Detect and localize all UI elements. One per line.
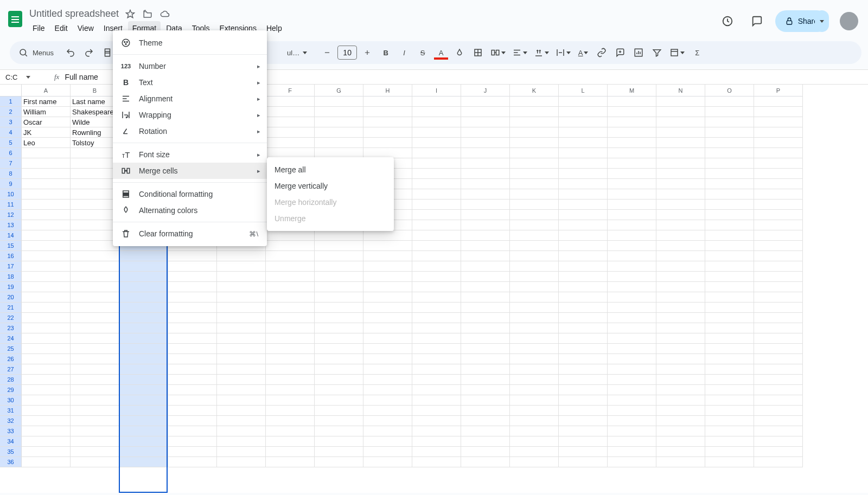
row-header[interactable]: 19 xyxy=(0,282,22,292)
row-header[interactable]: 16 xyxy=(0,251,22,261)
cell[interactable] xyxy=(705,313,754,323)
cell[interactable] xyxy=(119,364,168,375)
cell[interactable] xyxy=(559,406,608,416)
cell[interactable] xyxy=(22,313,71,323)
cell[interactable] xyxy=(656,457,705,467)
cell[interactable] xyxy=(363,364,412,375)
cell[interactable] xyxy=(705,416,754,426)
cell[interactable] xyxy=(461,426,510,436)
cell[interactable] xyxy=(510,426,559,436)
font-family-select[interactable]: ul… xyxy=(285,49,309,57)
font-size-decrease[interactable] xyxy=(319,44,335,61)
cell[interactable] xyxy=(754,169,803,179)
cloud-status-icon[interactable] xyxy=(160,9,170,19)
cell[interactable] xyxy=(705,189,754,200)
cell[interactable] xyxy=(119,416,168,426)
row-header[interactable]: 23 xyxy=(0,323,22,333)
text-color-button[interactable]: A xyxy=(433,44,449,61)
cell[interactable] xyxy=(119,375,168,385)
cell[interactable] xyxy=(656,292,705,303)
row-header[interactable]: 32 xyxy=(0,416,22,426)
cell[interactable] xyxy=(754,323,803,333)
cell[interactable] xyxy=(510,230,559,241)
cell[interactable] xyxy=(461,395,510,406)
cell[interactable] xyxy=(608,138,656,148)
cell[interactable] xyxy=(656,406,705,416)
cell[interactable] xyxy=(315,364,363,375)
cell[interactable] xyxy=(266,251,315,261)
row-header[interactable]: 36 xyxy=(0,457,22,467)
cell[interactable] xyxy=(266,107,315,117)
row-header[interactable]: 2 xyxy=(0,107,22,117)
cell[interactable] xyxy=(754,210,803,220)
cell[interactable] xyxy=(315,230,363,241)
cell[interactable] xyxy=(559,344,608,354)
cell[interactable]: William xyxy=(22,107,71,117)
cell[interactable] xyxy=(608,210,656,220)
cell[interactable] xyxy=(412,436,461,447)
cell[interactable] xyxy=(315,282,363,292)
cell[interactable] xyxy=(22,179,71,189)
cell[interactable] xyxy=(461,158,510,169)
cell[interactable] xyxy=(461,272,510,282)
cell[interactable] xyxy=(217,395,266,406)
cell[interactable] xyxy=(608,457,656,467)
column-header[interactable]: F xyxy=(266,85,315,97)
cell[interactable] xyxy=(217,251,266,261)
cell[interactable] xyxy=(705,395,754,406)
account-avatar[interactable] xyxy=(840,12,858,30)
cell[interactable] xyxy=(119,436,168,447)
cell[interactable] xyxy=(119,426,168,436)
cell[interactable] xyxy=(315,426,363,436)
cell[interactable] xyxy=(119,395,168,406)
cell[interactable] xyxy=(363,416,412,426)
cell[interactable] xyxy=(266,385,315,395)
cell[interactable] xyxy=(412,344,461,354)
cell[interactable] xyxy=(217,406,266,416)
cell[interactable] xyxy=(559,169,608,179)
cell[interactable] xyxy=(412,457,461,467)
bold-button[interactable]: B xyxy=(378,44,394,61)
cell[interactable] xyxy=(266,406,315,416)
cell[interactable] xyxy=(22,210,71,220)
cell[interactable] xyxy=(656,230,705,241)
cell[interactable] xyxy=(510,375,559,385)
cell[interactable] xyxy=(510,406,559,416)
cell[interactable] xyxy=(217,333,266,344)
cell[interactable] xyxy=(754,200,803,210)
cell[interactable] xyxy=(168,344,217,354)
cell[interactable] xyxy=(510,313,559,323)
cell[interactable] xyxy=(217,303,266,313)
cell[interactable]: Tolstoy xyxy=(71,138,119,148)
cell[interactable] xyxy=(363,313,412,323)
cell[interactable] xyxy=(705,241,754,251)
cell[interactable] xyxy=(461,261,510,272)
cell[interactable] xyxy=(754,261,803,272)
cell[interactable] xyxy=(461,189,510,200)
cell[interactable] xyxy=(656,303,705,313)
cell[interactable] xyxy=(510,457,559,467)
cell[interactable] xyxy=(705,406,754,416)
cell[interactable] xyxy=(559,220,608,230)
cell[interactable] xyxy=(412,385,461,395)
cell[interactable] xyxy=(608,292,656,303)
cell[interactable] xyxy=(266,426,315,436)
row-header[interactable]: 9 xyxy=(0,179,22,189)
column-header[interactable]: H xyxy=(363,85,412,97)
cell[interactable] xyxy=(754,385,803,395)
cell[interactable] xyxy=(412,323,461,333)
cell[interactable] xyxy=(656,375,705,385)
cell[interactable] xyxy=(510,97,559,107)
cell[interactable] xyxy=(363,127,412,138)
cell[interactable] xyxy=(315,272,363,282)
cell[interactable] xyxy=(559,447,608,457)
cell[interactable] xyxy=(461,230,510,241)
cell[interactable] xyxy=(412,364,461,375)
cell[interactable] xyxy=(71,323,119,333)
cell[interactable] xyxy=(461,107,510,117)
last-edit-icon[interactable] xyxy=(717,10,738,32)
cell[interactable] xyxy=(608,344,656,354)
cell[interactable] xyxy=(22,436,71,447)
cell[interactable] xyxy=(266,416,315,426)
column-header[interactable]: N xyxy=(656,85,705,97)
